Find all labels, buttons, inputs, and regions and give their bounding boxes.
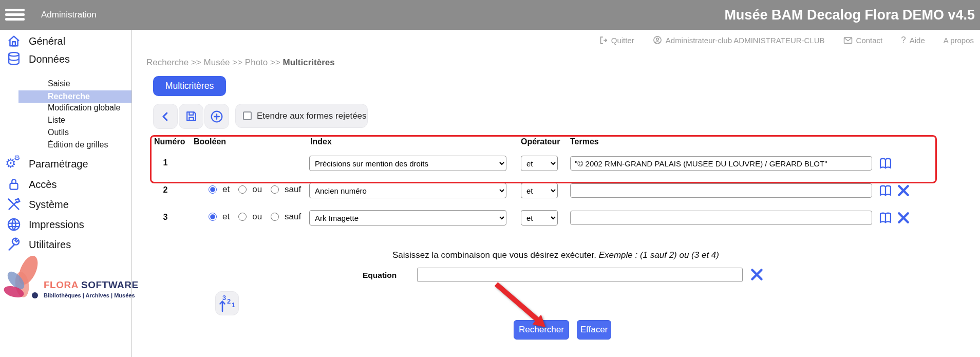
sidebar-subitem-liste[interactable]: Liste: [48, 116, 65, 125]
equation-input[interactable]: [417, 268, 743, 282]
globe-icon: [6, 217, 22, 232]
administration-page: Administration Musée BAM Decalog Flora D…: [0, 0, 980, 357]
sidebar-item-systeme[interactable]: Système: [0, 197, 131, 212]
equation-hint: Saisissez la combinaison que vous désire…: [131, 250, 980, 260]
row3-operator-select[interactable]: et: [521, 210, 558, 226]
row2-index-browse-button[interactable]: [878, 184, 893, 197]
row2-operator-select[interactable]: et: [521, 183, 558, 198]
gears-icon: ⚙ ⚙: [6, 156, 22, 172]
header-termes: Termes: [570, 137, 599, 146]
sidebar-item-parametrage[interactable]: ⚙ ⚙ Paramétrage: [0, 156, 131, 172]
wrench-icon: [6, 237, 22, 252]
row3-boolean-radios: et ou sauf: [204, 212, 301, 222]
extend-rejected-forms-checkbox[interactable]: [243, 111, 252, 120]
row2-boolean-radios: et ou sauf: [204, 184, 301, 195]
sidebar-subitem-outils[interactable]: Outils: [48, 128, 69, 137]
add-criterion-button[interactable]: [204, 104, 229, 129]
sort-digit-1: 1: [232, 301, 235, 309]
row2-radio-ou[interactable]: [238, 185, 247, 194]
quit-link[interactable]: Quitter: [599, 36, 634, 45]
save-icon: [185, 110, 198, 123]
header-index: Index: [310, 137, 332, 146]
save-button[interactable]: [179, 104, 203, 129]
header-operateur: Opérateur: [521, 137, 560, 146]
account-bar: Quitter Administrateur-club ADMINISTRATE…: [599, 35, 974, 45]
logout-icon: [599, 36, 608, 45]
hamburger-menu-icon[interactable]: [5, 7, 25, 23]
top-bar: Administration Musée BAM Decalog Flora D…: [0, 0, 980, 30]
equation-label: Equation: [363, 271, 397, 280]
open-book-icon: [878, 211, 893, 224]
sidebar-subitem-recherche[interactable]: Recherche: [18, 90, 131, 103]
arrow-up-icon: [219, 299, 226, 312]
home-icon: [6, 34, 22, 48]
row1-index-select[interactable]: Précisions sur mention des droits: [309, 156, 506, 171]
about-link[interactable]: A propos: [944, 36, 974, 45]
question-mark-icon: ?: [901, 35, 906, 45]
app-label: Administration: [41, 0, 97, 30]
row1-terms-input[interactable]: [570, 156, 872, 171]
row2-index-select[interactable]: Ancien numéro: [309, 183, 506, 198]
row3-number: 3: [154, 213, 177, 222]
contact-link[interactable]: Contact: [843, 36, 883, 45]
sidebar-subitem-edition-de-grilles[interactable]: Édition de grilles: [48, 140, 108, 149]
open-book-icon: [878, 184, 893, 197]
lock-icon: [6, 177, 22, 192]
tools-icon: [6, 197, 22, 212]
row1-number: 1: [154, 158, 177, 167]
mail-icon: [843, 36, 853, 44]
header-numero: Numéro: [154, 137, 185, 146]
help-link[interactable]: ? Aide: [901, 35, 925, 45]
back-button[interactable]: [153, 104, 178, 129]
user-menu[interactable]: Administrateur-club ADMINISTRATEUR-CLUB: [653, 35, 825, 45]
sort-criteria-button[interactable]: 3 2 1: [215, 291, 239, 315]
open-book-icon: [878, 157, 893, 170]
row1-operator-select[interactable]: et: [521, 156, 558, 171]
close-icon: [897, 211, 910, 224]
row3-radio-sauf[interactable]: [271, 213, 279, 221]
row3-radio-et[interactable]: [209, 213, 217, 221]
close-icon: [750, 268, 764, 281]
row2-number: 2: [154, 185, 177, 195]
brand-name: FLORA SOFTWARE: [44, 279, 139, 291]
row2-terms-input[interactable]: [570, 183, 872, 198]
header-booleen: Booléen: [194, 137, 226, 146]
chevron-left-icon: [160, 110, 171, 123]
sidebar-item-impressions[interactable]: Impressions: [0, 217, 131, 232]
plus-circle-icon: [210, 110, 223, 123]
page-title: Musée BAM Decalog Flora DEMO v4.5: [724, 0, 975, 30]
sidebar-subitem-modification-globale[interactable]: Modification globale: [48, 103, 120, 112]
breadcrumb: Recherche >> Musée >> Photo >> Multicrit…: [146, 58, 335, 68]
sidebar-item-acces[interactable]: Accès: [0, 177, 131, 192]
equation-clear-button[interactable]: [750, 268, 764, 281]
database-icon: [6, 51, 22, 67]
row2-radio-sauf[interactable]: [271, 185, 279, 194]
sidebar-subitem-saisie[interactable]: Saisie: [48, 79, 70, 88]
row3-terms-input[interactable]: [570, 211, 872, 225]
close-icon: [897, 184, 910, 197]
user-icon: [653, 35, 662, 45]
flora-software-logo: FLORA SOFTWARE Bibliothèques | Archives …: [3, 253, 131, 307]
row3-index-browse-button[interactable]: [878, 211, 893, 224]
tab-multicriteres[interactable]: Multicritères: [153, 76, 226, 96]
row1-index-browse-button[interactable]: [878, 157, 893, 170]
row3-radio-ou[interactable]: [238, 213, 247, 221]
sidebar-item-utilitaires[interactable]: Utilitaires: [0, 237, 131, 252]
row2-delete-button[interactable]: [897, 184, 910, 197]
sort-digit-2: 2: [227, 297, 231, 305]
extend-rejected-forms-group: Etendre aux formes rejetées: [235, 104, 368, 128]
sidebar-item-general[interactable]: Général: [0, 34, 131, 48]
breadcrumb-current: Multicritères: [283, 58, 335, 67]
extend-rejected-forms-label: Etendre aux formes rejetées: [257, 111, 367, 121]
clear-button[interactable]: Effacer: [577, 320, 611, 340]
brand-dot: [32, 292, 38, 298]
sidebar-item-donnees[interactable]: Données: [0, 51, 131, 67]
row3-delete-button[interactable]: [897, 211, 910, 224]
brand-tagline: Bibliothèques | Archives | Musées: [44, 292, 135, 298]
sidebar: Général Données Saisie Recherche Modific…: [0, 30, 132, 357]
row2-radio-et[interactable]: [209, 185, 217, 194]
search-button[interactable]: Rechercher: [514, 320, 569, 340]
row3-index-select[interactable]: Ark Imagette: [309, 210, 506, 226]
